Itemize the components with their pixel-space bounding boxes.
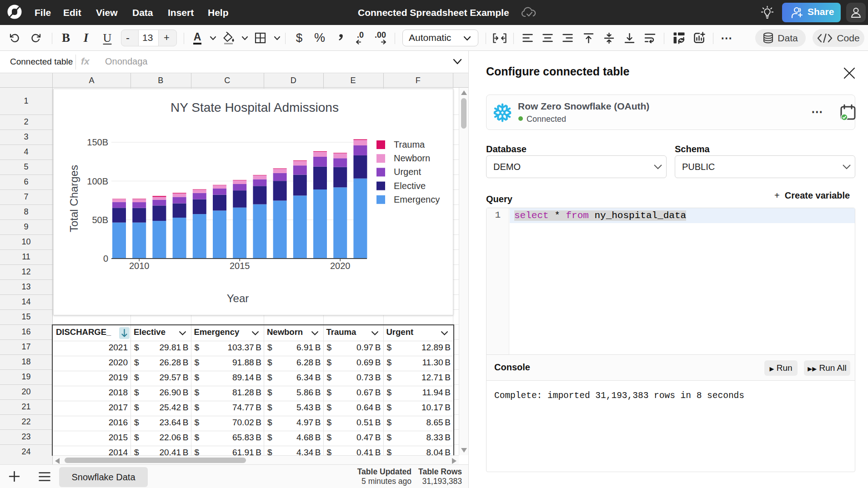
svg-text:.00: .00 <box>375 31 386 40</box>
svg-text:2020: 2020 <box>330 261 351 271</box>
svg-text:Elective: Elective <box>394 181 426 191</box>
svg-text:Emergency: Emergency <box>394 194 440 204</box>
svg-text:100B: 100B <box>87 176 108 186</box>
svg-text:Trauma: Trauma <box>394 139 425 149</box>
svg-text:Total Charges: Total Charges <box>68 165 80 232</box>
svg-text:NY State Hospital Admissions: NY State Hospital Admissions <box>171 100 339 115</box>
svg-text:50B: 50B <box>92 215 108 225</box>
svg-text:Year: Year <box>227 292 249 304</box>
svg-text:Newborn: Newborn <box>394 153 430 163</box>
svg-text:2010: 2010 <box>129 261 150 271</box>
svg-text:0: 0 <box>103 254 108 264</box>
svg-text:150B: 150B <box>87 137 108 147</box>
svg-text:.0: .0 <box>357 31 364 40</box>
svg-text:Urgent: Urgent <box>394 167 421 177</box>
svg-text:2015: 2015 <box>230 261 250 271</box>
